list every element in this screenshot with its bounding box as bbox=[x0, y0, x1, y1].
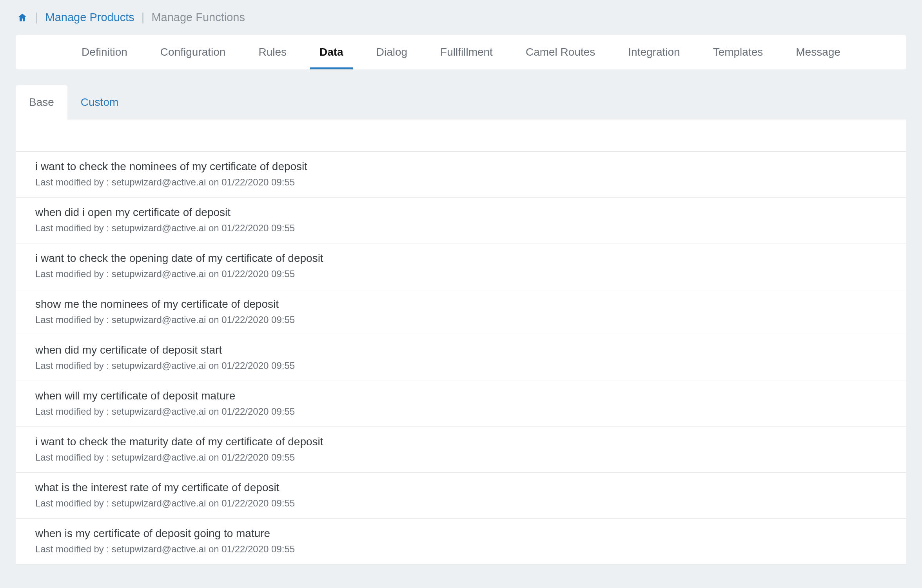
tab-dialog[interactable]: Dialog bbox=[374, 35, 410, 69]
list-item[interactable]: i want to check the nominees of my certi… bbox=[16, 152, 906, 198]
meta-prefix: Last modified by : bbox=[35, 314, 112, 325]
tab-camel-routes[interactable]: Camel Routes bbox=[523, 35, 597, 69]
meta-user: setupwizard@active.ai bbox=[112, 314, 206, 325]
list-item[interactable]: when is my certificate of deposit going … bbox=[16, 519, 906, 564]
tab-integration[interactable]: Integration bbox=[626, 35, 682, 69]
meta-user: setupwizard@active.ai bbox=[112, 452, 206, 463]
list-item[interactable]: i want to check the maturity date of my … bbox=[16, 427, 906, 473]
top-tabbar: Definition Configuration Rules Data Dial… bbox=[16, 35, 906, 69]
meta-on: on bbox=[206, 177, 221, 187]
list-item-meta: Last modified by : setupwizard@active.ai… bbox=[35, 314, 887, 325]
meta-on: on bbox=[206, 223, 221, 233]
list-item-title: show me the nominees of my certificate o… bbox=[35, 298, 887, 310]
list-item-meta: Last modified by : setupwizard@active.ai… bbox=[35, 498, 887, 509]
breadcrumb-separator: | bbox=[35, 11, 38, 24]
tab-fullfillment[interactable]: Fullfillment bbox=[438, 35, 495, 69]
list-item-title: what is the interest rate of my certific… bbox=[35, 481, 887, 494]
meta-date: 01/22/2020 09:55 bbox=[221, 360, 295, 371]
meta-prefix: Last modified by : bbox=[35, 177, 112, 187]
list-item-meta: Last modified by : setupwizard@active.ai… bbox=[35, 544, 887, 555]
meta-date: 01/22/2020 09:55 bbox=[221, 406, 295, 417]
list-item-title: i want to check the nominees of my certi… bbox=[35, 160, 887, 173]
meta-on: on bbox=[206, 360, 221, 371]
meta-user: setupwizard@active.ai bbox=[112, 406, 206, 417]
tab-data[interactable]: Data bbox=[317, 35, 346, 69]
breadcrumb-separator: | bbox=[142, 11, 145, 24]
meta-prefix: Last modified by : bbox=[35, 360, 112, 371]
meta-prefix: Last modified by : bbox=[35, 452, 112, 463]
list-item-title: i want to check the maturity date of my … bbox=[35, 436, 887, 448]
list-item[interactable]: when did i open my certificate of deposi… bbox=[16, 198, 906, 243]
data-panel-header bbox=[16, 120, 906, 152]
list-item-meta: Last modified by : setupwizard@active.ai… bbox=[35, 406, 887, 417]
meta-on: on bbox=[206, 498, 221, 508]
tab-rules[interactable]: Rules bbox=[256, 35, 289, 69]
tab-definition[interactable]: Definition bbox=[79, 35, 130, 69]
meta-user: setupwizard@active.ai bbox=[112, 360, 206, 371]
list-item[interactable]: show me the nominees of my certificate o… bbox=[16, 289, 906, 335]
meta-date: 01/22/2020 09:55 bbox=[221, 177, 295, 187]
meta-prefix: Last modified by : bbox=[35, 498, 112, 508]
list-item-title: when will my certificate of deposit matu… bbox=[35, 390, 887, 402]
meta-prefix: Last modified by : bbox=[35, 223, 112, 233]
tab-configuration[interactable]: Configuration bbox=[158, 35, 228, 69]
meta-date: 01/22/2020 09:55 bbox=[221, 452, 295, 463]
meta-on: on bbox=[206, 406, 221, 417]
list-item-title: i want to check the opening date of my c… bbox=[35, 252, 887, 265]
list-item-meta: Last modified by : setupwizard@active.ai… bbox=[35, 269, 887, 279]
meta-user: setupwizard@active.ai bbox=[112, 177, 206, 187]
meta-prefix: Last modified by : bbox=[35, 269, 112, 279]
meta-on: on bbox=[206, 314, 221, 325]
meta-on: on bbox=[206, 452, 221, 463]
list-item[interactable]: when did my certificate of deposit start… bbox=[16, 335, 906, 381]
list-item-meta: Last modified by : setupwizard@active.ai… bbox=[35, 177, 887, 188]
breadcrumb-current: Manage Functions bbox=[151, 11, 245, 24]
list-item-meta: Last modified by : setupwizard@active.ai… bbox=[35, 223, 887, 234]
list-item-title: when is my certificate of deposit going … bbox=[35, 527, 887, 540]
meta-date: 01/22/2020 09:55 bbox=[221, 498, 295, 508]
breadcrumb-link-manage-products[interactable]: Manage Products bbox=[45, 11, 134, 24]
list-item-title: when did i open my certificate of deposi… bbox=[35, 206, 887, 219]
list-item[interactable]: what is the interest rate of my certific… bbox=[16, 473, 906, 519]
meta-on: on bbox=[206, 269, 221, 279]
meta-user: setupwizard@active.ai bbox=[112, 269, 206, 279]
meta-date: 01/22/2020 09:55 bbox=[221, 269, 295, 279]
list-item[interactable]: i want to check the opening date of my c… bbox=[16, 243, 906, 289]
data-panel: i want to check the nominees of my certi… bbox=[16, 120, 906, 564]
sub-tabbar: Base Custom bbox=[16, 85, 906, 120]
subtab-custom[interactable]: Custom bbox=[67, 85, 132, 120]
meta-on: on bbox=[206, 544, 221, 554]
tab-message[interactable]: Message bbox=[793, 35, 843, 69]
top-tabbar-inner: Definition Configuration Rules Data Dial… bbox=[79, 35, 843, 69]
list-item-title: when did my certificate of deposit start bbox=[35, 344, 887, 356]
home-icon[interactable] bbox=[16, 12, 28, 23]
meta-user: setupwizard@active.ai bbox=[112, 223, 206, 233]
list-item[interactable]: when will my certificate of deposit matu… bbox=[16, 381, 906, 427]
tab-templates[interactable]: Templates bbox=[711, 35, 766, 69]
breadcrumb: | Manage Products | Manage Functions bbox=[0, 0, 922, 35]
list-item-meta: Last modified by : setupwizard@active.ai… bbox=[35, 452, 887, 463]
meta-user: setupwizard@active.ai bbox=[112, 498, 206, 508]
meta-prefix: Last modified by : bbox=[35, 406, 112, 417]
meta-date: 01/22/2020 09:55 bbox=[221, 314, 295, 325]
subtab-base[interactable]: Base bbox=[16, 85, 67, 120]
meta-date: 01/22/2020 09:55 bbox=[221, 223, 295, 233]
meta-date: 01/22/2020 09:55 bbox=[221, 544, 295, 554]
list-item-meta: Last modified by : setupwizard@active.ai… bbox=[35, 360, 887, 371]
meta-prefix: Last modified by : bbox=[35, 544, 112, 554]
meta-user: setupwizard@active.ai bbox=[112, 544, 206, 554]
